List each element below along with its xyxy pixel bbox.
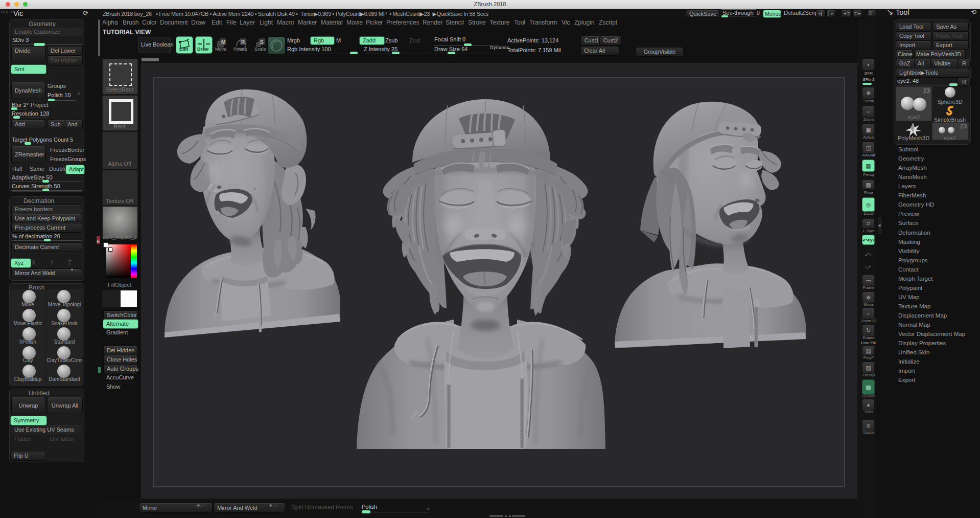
svg-text:S: S bbox=[260, 39, 264, 45]
svg-text:M: M bbox=[221, 39, 225, 45]
svg-text:R: R bbox=[241, 39, 245, 45]
